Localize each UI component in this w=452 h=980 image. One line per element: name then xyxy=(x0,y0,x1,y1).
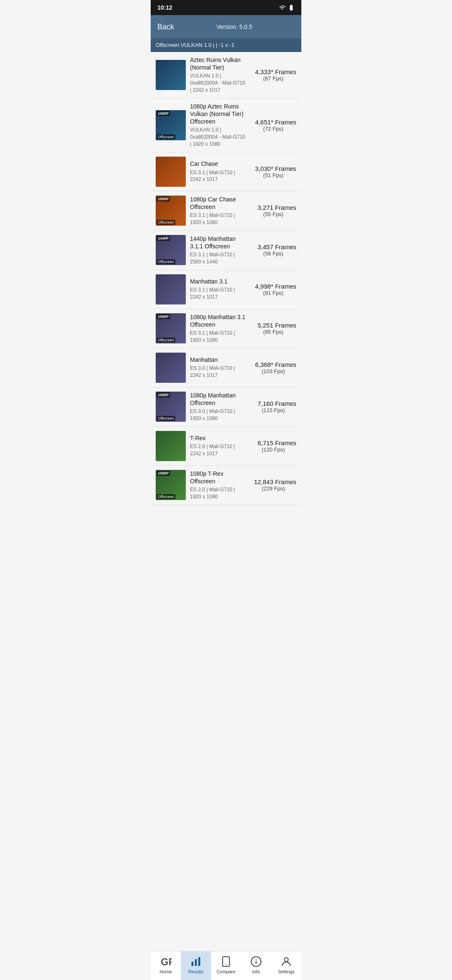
benchmark-title: Manhattan xyxy=(190,356,246,364)
benchmark-info: T-Rex ES 2.0 | Mali-G710 | 2242 x 1017 xyxy=(190,434,246,457)
list-item[interactable]: T-Rex ES 2.0 | Mali-G710 | 2242 x 1017 6… xyxy=(151,427,301,466)
score-frames: 4,333* Frames xyxy=(250,68,296,75)
score-frames: 3,030* Frames xyxy=(250,165,296,172)
score-frames: 5,251 Frames xyxy=(250,322,296,329)
benchmark-thumbnail xyxy=(156,431,186,461)
benchmark-score: 3,030* Frames (51 Fps) xyxy=(250,165,296,178)
benchmark-score: 4,333* Frames (67 Fps) xyxy=(250,68,296,82)
thumb-badge-bottom: Offscreen xyxy=(157,494,175,499)
benchmark-info: 1080p Car Chase Offscreen ES 3.1 | Mali-… xyxy=(190,196,246,226)
benchmark-thumbnail xyxy=(156,353,186,383)
benchmark-thumbnail xyxy=(156,274,186,304)
benchmark-container: Aztec Ruins Vulkan (Normal Tier) VULKAN … xyxy=(151,52,301,505)
list-item[interactable]: 1080P Offscreen 1080p Car Chase Offscree… xyxy=(151,191,301,231)
benchmark-score: 3,457 Frames (56 Fps) xyxy=(250,243,296,257)
benchmark-thumbnail: 1080P Offscreen xyxy=(156,470,186,500)
benchmark-list: Aztec Ruins Vulkan (Normal Tier) VULKAN … xyxy=(151,52,301,539)
benchmark-subtitle: ES 3.0 | Mali-G710 | 1920 x 1080 xyxy=(190,408,246,422)
score-frames: 6,368* Frames xyxy=(250,361,296,368)
score-fps: (67 Fps) xyxy=(250,75,296,82)
benchmark-thumbnail xyxy=(156,60,186,90)
benchmark-info: 1440p Manhattan 3.1.1 Offscreen ES 3.1 |… xyxy=(190,235,246,266)
score-frames: 12,843 Frames xyxy=(250,478,296,485)
score-frames: 6,715 Frames xyxy=(250,439,296,446)
list-item[interactable]: 1080P Offscreen 1080p T-Rex Offscreen ES… xyxy=(151,466,301,505)
score-fps: (85 Fps) xyxy=(250,329,296,335)
benchmark-title: 1080p Aztec Ruins Vulkan (Normal Tier) O… xyxy=(190,103,246,126)
thumb-badge-top: 1080P xyxy=(157,392,170,397)
thumb-badge-bottom: Offscreen xyxy=(157,259,175,264)
score-fps: (103 Fps) xyxy=(250,368,296,374)
benchmark-thumbnail: 1080P Offscreen xyxy=(156,196,186,226)
benchmark-score: 4,651* Frames (72 Fps) xyxy=(250,119,296,132)
list-item[interactable]: 1080P Offscreen 1080p Aztec Ruins Vulkan… xyxy=(151,98,301,152)
benchmark-title: 1080p Car Chase Offscreen xyxy=(190,196,246,211)
score-frames: 3,457 Frames xyxy=(250,243,296,250)
thumb-badge-bottom: Offscreen xyxy=(157,416,175,421)
benchmark-info: 1080p Manhattan 3.1 Offscreen ES 3.1 | M… xyxy=(190,313,246,344)
benchmark-subtitle: ES 3.1 | Mali-G710 | 2560 x 1440 xyxy=(190,251,246,266)
thumb-badge-bottom: Offscreen xyxy=(157,134,175,139)
score-fps: (81 Fps) xyxy=(250,290,296,296)
score-fps: (229 Fps) xyxy=(250,485,296,492)
benchmark-thumbnail: 1080P Offscreen xyxy=(156,110,186,140)
list-item[interactable]: 1440P Offscreen 1440p Manhattan 3.1.1 Of… xyxy=(151,231,301,270)
benchmark-score: 12,843 Frames (229 Fps) xyxy=(250,478,296,492)
benchmark-score: 3,271 Frames (55 Fps) xyxy=(250,204,296,217)
thumb-badge-bottom: Offscreen xyxy=(157,338,175,343)
score-fps: (55 Fps) xyxy=(250,211,296,217)
benchmark-info: 1080p T-Rex Offscreen ES 2.0 | Mali-G710… xyxy=(190,470,246,500)
benchmark-subtitle: ES 3.1 | Mali-G710 | 2242 x 1017 xyxy=(190,286,246,301)
list-item[interactable]: Aztec Ruins Vulkan (Normal Tier) VULKAN … xyxy=(151,52,301,98)
benchmark-subtitle: ES 2.0 | Mali-G710 | 1920 x 1080 xyxy=(190,486,246,500)
list-item[interactable]: Car Chase ES 3.1 | Mali-G710 | 2242 x 10… xyxy=(151,152,301,191)
thumb-badge-top: 1080P xyxy=(157,314,170,319)
benchmark-subtitle: ES 3.1 | Mali-G710 | 1920 x 1080 xyxy=(190,212,246,226)
benchmark-info: Manhattan ES 3.0 | Mali-G710 | 2242 x 10… xyxy=(190,356,246,379)
benchmark-thumbnail: 1080P Offscreen xyxy=(156,392,186,422)
score-fps: (72 Fps) xyxy=(250,126,296,132)
status-icons xyxy=(279,4,295,11)
benchmark-title: 1440p Manhattan 3.1.1 Offscreen xyxy=(190,235,246,250)
app-header: Back Version: 5.0.5 xyxy=(151,15,301,39)
benchmark-subtitle: VULKAN 1.0 | 0xa8620004 - Mali-G710 | 22… xyxy=(190,72,246,93)
benchmark-score: 4,998* Frames (81 Fps) xyxy=(250,283,296,296)
version-text: Version: 5.0.5 xyxy=(174,23,295,30)
thumb-badge-top: 1440P xyxy=(157,236,170,241)
status-time: 10:12 xyxy=(157,4,172,11)
benchmark-info: Manhattan 3.1 ES 3.1 | Mali-G710 | 2242 … xyxy=(190,278,246,301)
score-frames: 7,160 Frames xyxy=(250,400,296,407)
benchmark-subtitle: ES 3.1 | Mali-G710 | 1920 x 1080 xyxy=(190,330,246,344)
thumb-badge-bottom: Offscreen xyxy=(157,220,175,225)
benchmark-title: Car Chase xyxy=(190,160,246,168)
battery-icon xyxy=(288,4,295,11)
score-frames: 4,998* Frames xyxy=(250,283,296,290)
offscreen-banner: Offscreen VULKAN 1.0 | | -1 x -1 xyxy=(151,39,301,52)
benchmark-title: 1080p Manhattan Offscreen xyxy=(190,392,246,407)
list-item[interactable]: Manhattan ES 3.0 | Mali-G710 | 2242 x 10… xyxy=(151,348,301,387)
benchmark-title: 1080p T-Rex Offscreen xyxy=(190,470,246,485)
benchmark-info: 1080p Manhattan Offscreen ES 3.0 | Mali-… xyxy=(190,392,246,422)
list-item[interactable]: 1080P Offscreen 1080p Manhattan Offscree… xyxy=(151,387,301,427)
benchmark-title: Manhattan 3.1 xyxy=(190,278,246,285)
list-item[interactable]: 1080P Offscreen 1080p Manhattan 3.1 Offs… xyxy=(151,309,301,348)
benchmark-title: Aztec Ruins Vulkan (Normal Tier) xyxy=(190,56,246,71)
thumb-badge-top: 1080P xyxy=(157,111,170,116)
score-frames: 4,651* Frames xyxy=(250,119,296,126)
benchmark-info: 1080p Aztec Ruins Vulkan (Normal Tier) O… xyxy=(190,103,246,148)
benchmark-info: Car Chase ES 3.1 | Mali-G710 | 2242 x 10… xyxy=(190,160,246,183)
list-item[interactable]: Manhattan 3.1 ES 3.1 | Mali-G710 | 2242 … xyxy=(151,270,301,309)
benchmark-title: 1080p Manhattan 3.1 Offscreen xyxy=(190,313,246,328)
benchmark-thumbnail xyxy=(156,157,186,187)
benchmark-thumbnail: 1440P Offscreen xyxy=(156,235,186,265)
score-fps: (51 Fps) xyxy=(250,172,296,178)
benchmark-thumbnail: 1080P Offscreen xyxy=(156,313,186,343)
benchmark-subtitle: ES 3.1 | Mali-G710 | 2242 x 1017 xyxy=(190,169,246,183)
thumb-badge-top: 1080P xyxy=(157,196,170,201)
benchmark-title: T-Rex xyxy=(190,434,246,442)
benchmark-subtitle: ES 2.0 | Mali-G710 | 2242 x 1017 xyxy=(190,443,246,457)
back-button[interactable]: Back xyxy=(157,23,174,31)
benchmark-score: 5,251 Frames (85 Fps) xyxy=(250,322,296,335)
benchmark-score: 7,160 Frames (115 Fps) xyxy=(250,400,296,413)
score-frames: 3,271 Frames xyxy=(250,204,296,211)
